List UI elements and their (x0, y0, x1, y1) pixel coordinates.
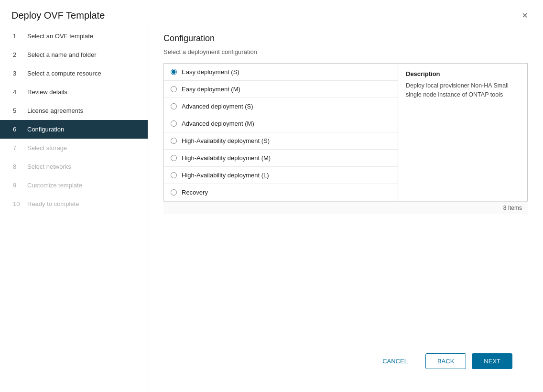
main-content: Configuration Select a deployment config… (148, 22, 543, 392)
config-label-ha-m[interactable]: High-Availability deployment (M) (182, 154, 271, 162)
config-row-ha-l[interactable]: High-Availability deployment (L) (164, 167, 398, 184)
sidebar-item-5[interactable]: 5License agreements (0, 101, 148, 120)
step-num: 2 (13, 51, 23, 58)
config-row-ha-s[interactable]: High-Availability deployment (S) (164, 132, 398, 150)
step-num: 7 (13, 144, 23, 152)
step-num: 8 (13, 163, 23, 170)
sidebar-item-label: Review details (27, 88, 67, 96)
description-text: Deploy local provisioner Non-HA Small si… (406, 81, 520, 99)
sidebar-item-label: Customize template (27, 182, 82, 189)
config-row-ha-m[interactable]: High-Availability deployment (M) (164, 150, 398, 167)
config-row-easy-m[interactable]: Easy deployment (M) (164, 81, 398, 98)
sidebar-item-label: Select networks (27, 163, 71, 170)
modal-title: Deploy OVF Template (11, 10, 105, 21)
sidebar-item-label: Select an OVF template (27, 33, 93, 40)
config-label-ha-l[interactable]: High-Availability deployment (L) (182, 172, 269, 179)
radio-ha-l[interactable] (171, 172, 177, 178)
config-table-wrapper: Easy deployment (S) Easy deployment (M) … (163, 63, 528, 201)
step-num: 4 (13, 88, 23, 96)
sidebar: 1Select an OVF template2Select a name an… (0, 22, 148, 392)
step-num: 5 (13, 107, 23, 114)
sidebar-item-1[interactable]: 1Select an OVF template (0, 27, 148, 45)
config-list: Easy deployment (S) Easy deployment (M) … (164, 64, 398, 201)
radio-easy-m[interactable] (171, 86, 177, 92)
sidebar-item-label: Ready to complete (27, 200, 79, 207)
description-heading: Description (406, 70, 520, 77)
back-button[interactable]: BACK (425, 353, 466, 369)
subtitle: Select a deployment configuration (163, 48, 528, 55)
config-row-easy-s[interactable]: Easy deployment (S) (164, 64, 398, 81)
next-button[interactable]: NEXT (472, 353, 512, 369)
sidebar-item-2[interactable]: 2Select a name and folder (0, 45, 148, 64)
step-num: 1 (13, 33, 23, 40)
radio-ha-s[interactable] (171, 138, 177, 144)
sidebar-item-label: Select storage (27, 144, 67, 152)
config-label-advanced-m[interactable]: Advanced deployment (M) (182, 120, 254, 127)
config-label-easy-s[interactable]: Easy deployment (S) (182, 68, 239, 76)
config-row-advanced-m[interactable]: Advanced deployment (M) (164, 115, 398, 132)
config-description: Description Deploy local provisioner Non… (398, 64, 527, 201)
cancel-button[interactable]: CANCEL (370, 353, 420, 369)
step-num: 6 (13, 126, 23, 133)
config-row-advanced-s[interactable]: Advanced deployment (S) (164, 98, 398, 115)
footer-buttons: CANCEL BACK NEXT (163, 342, 528, 381)
sidebar-item-label: Select a name and folder (27, 51, 97, 58)
radio-easy-s[interactable] (171, 69, 177, 75)
sidebar-item-4[interactable]: 4Review details (0, 83, 148, 101)
step-num: 10 (13, 200, 23, 207)
sidebar-item-9: 9Customize template (0, 176, 148, 195)
sidebar-item-10: 10Ready to complete (0, 195, 148, 213)
sidebar-item-label: Configuration (27, 126, 64, 133)
step-num: 9 (13, 182, 23, 189)
radio-ha-m[interactable] (171, 155, 177, 161)
config-label-advanced-s[interactable]: Advanced deployment (S) (182, 103, 253, 110)
radio-advanced-m[interactable] (171, 120, 177, 127)
sidebar-item-8: 8Select networks (0, 157, 148, 176)
config-label-recovery[interactable]: Recovery (182, 189, 208, 196)
modal-header: Deploy OVF Template × (0, 0, 543, 22)
config-table-outer: Easy deployment (S) Easy deployment (M) … (163, 63, 528, 214)
items-count: 8 Items (163, 201, 528, 214)
sidebar-item-6[interactable]: 6Configuration (0, 120, 148, 139)
close-button[interactable]: × (518, 9, 532, 22)
modal-body: 1Select an OVF template2Select a name an… (0, 22, 543, 392)
deploy-ovf-modal: Deploy OVF Template × 1Select an OVF tem… (0, 0, 543, 392)
config-label-easy-m[interactable]: Easy deployment (M) (182, 86, 240, 93)
radio-recovery[interactable] (171, 189, 177, 196)
sidebar-item-label: License agreements (27, 107, 83, 114)
radio-advanced-s[interactable] (171, 103, 177, 109)
section-title: Configuration (163, 33, 528, 44)
config-row-recovery[interactable]: Recovery (164, 184, 398, 201)
config-label-ha-s[interactable]: High-Availability deployment (S) (182, 137, 270, 144)
sidebar-item-3[interactable]: 3Select a compute resource (0, 64, 148, 83)
step-num: 3 (13, 70, 23, 77)
sidebar-item-label: Select a compute resource (27, 70, 101, 77)
sidebar-item-7: 7Select storage (0, 139, 148, 157)
